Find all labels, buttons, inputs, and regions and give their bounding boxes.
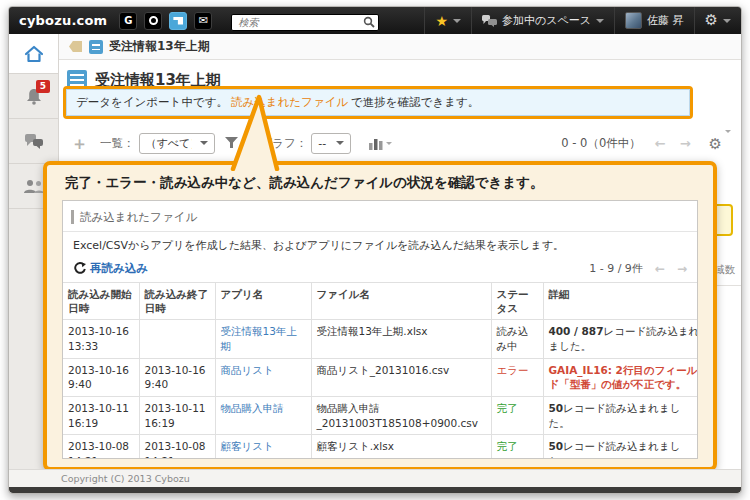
file-name-cell: 顧客リスト.xlsx (311, 435, 491, 459)
sidebar-item-home[interactable] (9, 34, 58, 74)
start-time-cell: 2013-10-11 16:19 (63, 397, 139, 435)
copyright-text: Copyright (C) 2013 Cybozu (61, 473, 190, 484)
sidebar-item-messages[interactable] (9, 119, 58, 164)
detail-text: レコード読み込まれました。 (549, 402, 681, 429)
kintone-app-icon[interactable] (169, 12, 187, 30)
end-time-cell: 2013-10-08 14:21 (139, 435, 215, 459)
garoon-app-icon[interactable]: G (119, 12, 137, 30)
col-app-name: アプリ名 (215, 283, 311, 320)
app-icon[interactable] (89, 40, 103, 54)
detail-strong: 50 (549, 440, 564, 452)
end-time-cell: 2013-10-11 16:19 (139, 397, 215, 435)
list-select[interactable]: （すべて） (139, 133, 215, 154)
callout-pointer-icon (219, 91, 289, 171)
browser-window: cybozu.com G ✉ ★ 参加中のスペース 佐藤 昇 ⚙ (8, 6, 742, 494)
chevron-down-icon (386, 142, 392, 145)
detail-cell: 400 / 887レコード読み込まれました。 (543, 320, 698, 358)
col-end-time: 読み込み終了日時 (139, 283, 215, 320)
end-time-cell: 2013-10-16 9:40 (139, 358, 215, 396)
detail-strong: 50 (549, 402, 564, 414)
status-cell: エラー (491, 358, 543, 396)
reload-row: 再読み込み 1 - 9 / 9件 ← → (73, 261, 687, 276)
table-row: 2013-10-16 9:40 2013-10-16 9:40 商品リスト 商品… (63, 358, 698, 396)
col-start-time: 読み込み開始日時 (63, 283, 139, 320)
list-label: 一覧： (100, 136, 135, 151)
screenshot-stage: cybozu.com G ✉ ★ 参加中のスペース 佐藤 昇 ⚙ (0, 0, 750, 500)
detail-strong: 400 / 887 (549, 325, 604, 337)
notification-badge: 5 (36, 80, 50, 93)
import-status-banner: データをインポート中です。読み込まれたファイル で進捗を確認できます。 (66, 89, 690, 116)
chevron-down-icon (336, 141, 344, 145)
detail-text: GAIA_IL16: 2行目のフィールド「型番」の値が不正です。 (549, 364, 698, 391)
circle-icon (149, 16, 158, 25)
bar-chart-icon (369, 137, 383, 150)
home-icon (24, 45, 44, 63)
graph-select[interactable]: -- (311, 133, 351, 154)
table-header-row: 読み込み開始日時 読み込み終了日時 アプリ名 ファイル名 ステータス 詳細 (63, 283, 698, 320)
avatar (625, 12, 642, 29)
favorites-menu[interactable]: ★ (424, 7, 471, 34)
file-name-cell: 受注情報13年上期.xlsx (311, 320, 491, 358)
breadcrumb: 受注情報13年上期 (59, 34, 741, 60)
search-box (231, 11, 379, 31)
spaces-menu[interactable]: 参加中のスペース (471, 7, 614, 34)
end-time-cell (139, 320, 215, 358)
star-icon: ★ (435, 14, 448, 28)
chart-button[interactable] (369, 137, 392, 150)
loaded-files-panel: 読み込まれたファイル Excel/CSVからアプリを作成した結果、およびアプリに… (62, 200, 698, 459)
detail-cell: 50レコード読み込まれました。 (543, 435, 698, 459)
detail-cell: 50レコード読み込まれました。 (543, 397, 698, 435)
loaded-files-table: 読み込み開始日時 読み込み終了日時 アプリ名 ファイル名 ステータス 詳細 20… (63, 282, 698, 459)
kintone-glyph-icon (173, 17, 183, 25)
file-name-cell: 商品リスト_20131016.csv (311, 358, 491, 396)
chevron-down-icon (725, 130, 731, 151)
record-range: 0 - 0（0件中） (561, 136, 640, 151)
search-input[interactable] (231, 14, 379, 31)
col-status: ステータス (491, 283, 543, 320)
app-link[interactable]: 商品リスト (215, 358, 311, 396)
status-cell: 読み込み中 (491, 320, 543, 358)
prev-page-icon[interactable]: ← (655, 136, 666, 151)
footer: Copyright (C) 2013 Cybozu (9, 469, 741, 487)
section-header: 読み込まれたファイル (71, 207, 687, 227)
callout-title: 完了・エラー・読み込み中など、読み込んだファイルの状況を確認できます。 (62, 170, 698, 200)
chevron-down-icon (453, 19, 461, 23)
back-tag-icon[interactable] (69, 41, 82, 52)
chevron-down-icon (596, 19, 604, 23)
gear-icon: ⚙ (705, 13, 718, 28)
next-page-icon[interactable]: → (680, 136, 691, 151)
mail-app-icon[interactable]: ✉ (194, 12, 212, 30)
prev-page-icon[interactable]: ← (655, 262, 665, 276)
view-settings-button[interactable]: ⚙ (709, 135, 731, 152)
detail-text: レコード読み込まれました。 (549, 440, 681, 459)
detail-cell: GAIA_IL16: 2行目のフィールド「型番」の値が不正です。 (543, 358, 698, 396)
office-app-icon[interactable] (144, 12, 162, 30)
cybozu-logo: cybozu.com (19, 13, 107, 28)
banner-text-before: データをインポート中です。 (76, 95, 228, 110)
next-page-icon[interactable]: → (677, 262, 687, 276)
chevron-down-icon (723, 19, 731, 23)
app-link[interactable]: 顧客リスト (215, 435, 311, 459)
envelope-icon: ✉ (199, 14, 208, 27)
status-cell: 完了 (491, 397, 543, 435)
topbar-right: ★ 参加中のスペース 佐藤 昇 ⚙ (424, 7, 741, 34)
reload-button[interactable]: 再読み込み (73, 261, 148, 276)
table-row: 2013-10-08 14:21 2013-10-08 14:21 顧客リスト … (63, 435, 698, 459)
settings-menu[interactable]: ⚙ (694, 7, 741, 34)
annotation-highlight-rect: データをインポート中です。読み込まれたファイル で進捗を確認できます。 (63, 86, 693, 119)
user-menu[interactable]: 佐藤 昇 (614, 7, 694, 34)
user-name: 佐藤 昇 (647, 13, 684, 28)
breadcrumb-app-label[interactable]: 受注情報13年上期 (109, 38, 210, 55)
section-divider (63, 231, 697, 232)
banner-text-after: で進捗を確認できます。 (351, 95, 479, 110)
window-bottom-strip (9, 487, 741, 493)
speech-bubbles-icon (482, 15, 497, 27)
section-marker (71, 210, 74, 224)
add-record-icon[interactable]: ＋ (71, 135, 88, 152)
search-icon[interactable] (363, 13, 375, 32)
file-name-cell: 物品購入申請_20131003T185108+0900.csv (311, 397, 491, 435)
start-time-cell: 2013-10-16 9:40 (63, 358, 139, 396)
app-link[interactable]: 受注情報13年上期 (215, 320, 311, 358)
sidebar-item-notifications[interactable]: 5 (9, 74, 58, 119)
app-link[interactable]: 物品購入申請 (215, 397, 311, 435)
